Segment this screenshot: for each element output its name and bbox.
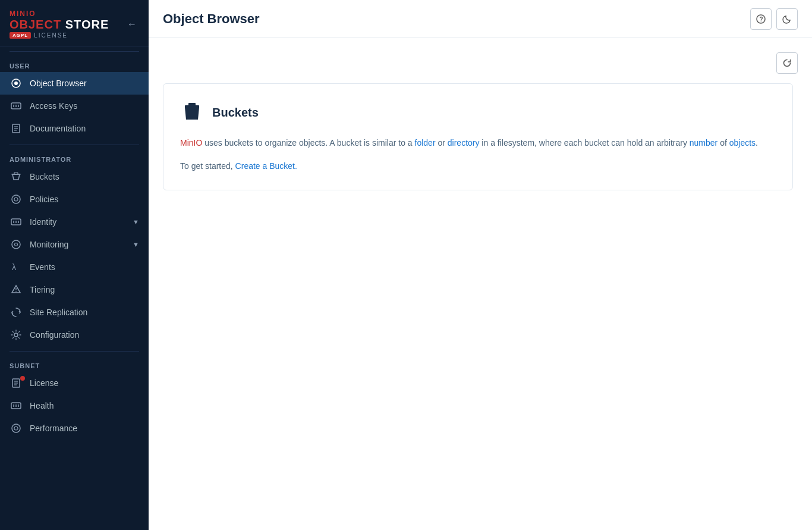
policies-label: Policies xyxy=(30,195,139,204)
bucket-icon xyxy=(180,101,204,124)
license-badge xyxy=(20,376,25,381)
get-started-text: To get started, Create a Bucket. xyxy=(180,161,776,171)
documentation-icon xyxy=(10,123,23,134)
configuration-label: Configuration xyxy=(30,330,139,340)
svg-point-17 xyxy=(12,240,20,249)
svg-point-1 xyxy=(14,81,18,85)
performance-label: Performance xyxy=(30,424,139,433)
subnet-section-label: Subnet xyxy=(0,356,149,372)
performance-icon xyxy=(10,423,23,434)
buckets-title: Buckets xyxy=(212,106,259,120)
sidebar-item-access-keys[interactable]: Access Keys xyxy=(0,95,149,117)
user-section-label: User xyxy=(0,57,149,72)
monitoring-icon xyxy=(10,239,23,250)
object-browser-icon xyxy=(10,78,23,89)
sidebar-item-configuration[interactable]: Configuration xyxy=(0,324,149,346)
user-divider xyxy=(10,51,139,52)
tiering-icon xyxy=(10,284,23,295)
buckets-card: Buckets MinIO uses buckets to organize o… xyxy=(163,83,793,190)
svg-text:λ: λ xyxy=(12,262,16,272)
svg-point-33 xyxy=(14,426,18,430)
sidebar-item-buckets[interactable]: Buckets xyxy=(0,165,149,188)
top-header: Object Browser ? xyxy=(149,0,812,38)
identity-chevron: ▼ xyxy=(133,218,139,225)
desc-text-2: or xyxy=(436,138,448,148)
identity-icon xyxy=(10,217,23,227)
sidebar-item-policies[interactable]: Policies xyxy=(0,188,149,211)
svg-point-23 xyxy=(14,333,18,337)
admin-section-label: Administrator xyxy=(0,150,149,165)
logo-object-store: OBJECT STORE xyxy=(10,18,109,31)
desc-text-5: . xyxy=(756,138,758,148)
minio-highlight: MinIO xyxy=(180,138,202,148)
logo-minio-text: MINIO xyxy=(10,10,109,18)
site-replication-label: Site Replication xyxy=(30,308,139,317)
access-keys-icon xyxy=(10,101,23,111)
objects-highlight: objects xyxy=(729,138,756,148)
sidebar-item-documentation[interactable]: Documentation xyxy=(0,117,149,140)
license-icon xyxy=(10,378,23,388)
sidebar-item-object-browser[interactable]: Object Browser xyxy=(0,72,149,95)
svg-text:?: ? xyxy=(760,16,763,23)
admin-divider xyxy=(10,145,139,145)
sidebar-item-performance[interactable]: Performance xyxy=(0,417,149,440)
documentation-label: Documentation xyxy=(30,124,139,133)
logo-bold: OBJECT xyxy=(10,18,61,31)
sidebar-item-events[interactable]: λ Events xyxy=(0,256,149,278)
sidebar-item-site-replication[interactable]: Site Replication xyxy=(0,301,149,324)
create-bucket-link[interactable]: Create a Bucket. xyxy=(235,161,297,171)
svg-rect-37 xyxy=(188,103,196,106)
collapse-button[interactable]: ← xyxy=(125,17,139,32)
events-icon: λ xyxy=(10,262,23,272)
bucket-svg-icon xyxy=(181,102,203,123)
access-keys-label: Access Keys xyxy=(30,101,139,111)
logo-license: AGPL LICENSE xyxy=(10,32,109,39)
folder-highlight: folder xyxy=(415,138,436,148)
buckets-icon xyxy=(10,171,23,182)
logo-normal: STORE xyxy=(61,18,109,31)
object-browser-label: Object Browser xyxy=(30,79,139,88)
svg-point-12 xyxy=(14,197,18,201)
svg-point-22 xyxy=(15,291,17,292)
sidebar-item-health[interactable]: Health xyxy=(0,394,149,417)
tiering-label: Tiering xyxy=(30,285,139,294)
page-title: Object Browser xyxy=(163,11,260,27)
monitoring-label: Monitoring xyxy=(30,240,133,249)
logo-area: MINIO OBJECT STORE AGPL LICENSE ← xyxy=(0,0,149,46)
get-started-prefix: To get started, xyxy=(180,161,235,171)
sidebar-item-tiering[interactable]: Tiering xyxy=(0,278,149,301)
svg-point-32 xyxy=(12,424,20,432)
theme-button[interactable] xyxy=(776,8,798,30)
refresh-bar xyxy=(163,52,798,74)
desc-text-1: uses buckets to organize objects. A buck… xyxy=(202,138,414,148)
refresh-icon xyxy=(782,58,792,68)
events-label: Events xyxy=(30,262,139,272)
header-actions: ? xyxy=(750,8,798,30)
monitoring-chevron: ▼ xyxy=(133,241,139,248)
directory-highlight: directory xyxy=(448,138,480,148)
buckets-card-header: Buckets xyxy=(180,101,776,124)
logo: MINIO OBJECT STORE AGPL LICENSE xyxy=(10,10,109,39)
identity-label: Identity xyxy=(30,217,133,227)
license-label: License xyxy=(30,378,139,388)
sidebar-item-identity[interactable]: Identity ▼ xyxy=(0,211,149,233)
content-area: Buckets MinIO uses buckets to organize o… xyxy=(149,38,812,530)
desc-text-3: in a filesystem, where each bucket can h… xyxy=(479,138,689,148)
question-icon: ? xyxy=(756,14,766,24)
health-icon xyxy=(10,400,23,411)
sidebar-item-license[interactable]: License xyxy=(0,372,149,394)
buckets-description: MinIO uses buckets to organize objects. … xyxy=(180,136,776,150)
logo-license-badge: AGPL xyxy=(10,32,31,39)
refresh-button[interactable] xyxy=(776,52,798,74)
moon-icon xyxy=(782,14,792,24)
subnet-divider xyxy=(10,351,139,352)
svg-point-11 xyxy=(12,195,20,203)
desc-text-4: of xyxy=(717,138,729,148)
sidebar-item-monitoring[interactable]: Monitoring ▼ xyxy=(0,233,149,256)
logo-license-text: LICENSE xyxy=(34,32,68,39)
main-content: Object Browser ? xyxy=(149,0,812,530)
sidebar: MINIO OBJECT STORE AGPL LICENSE ← User O… xyxy=(0,0,149,530)
help-button[interactable]: ? xyxy=(750,8,772,30)
buckets-label: Buckets xyxy=(30,172,139,181)
site-replication-icon xyxy=(10,307,23,318)
